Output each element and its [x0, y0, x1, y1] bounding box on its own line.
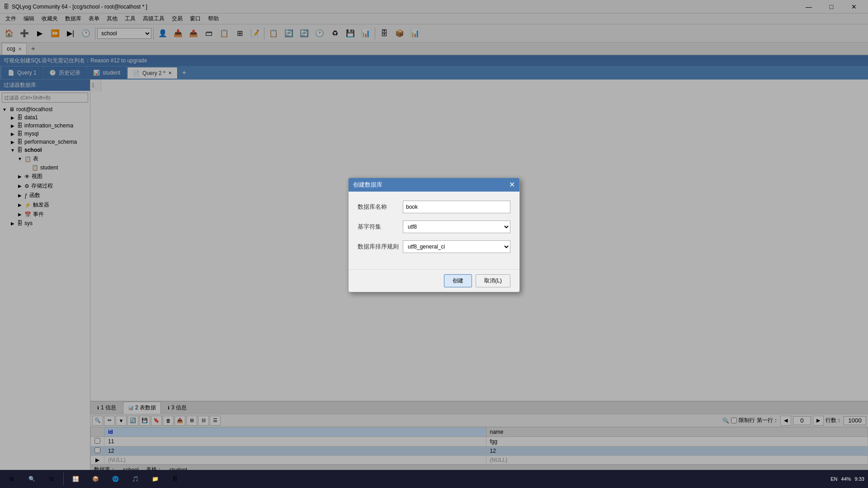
modal-title-bar: 创建数据库 ✕: [349, 178, 519, 192]
modal-body: 数据库名称 基字符集 utf8 数据库排序规则 utf8_general_ci: [349, 192, 519, 269]
form-row-dbname: 数据库名称: [358, 201, 510, 213]
cancel-button[interactable]: 取消(L): [476, 274, 510, 287]
create-button[interactable]: 创建: [444, 274, 472, 287]
modal-close-button[interactable]: ✕: [509, 181, 515, 188]
start-button[interactable]: ⊞: [4, 471, 20, 487]
dbname-input[interactable]: [403, 201, 510, 213]
taskbar-icon-files[interactable]: 📁: [147, 471, 163, 487]
dbname-label: 数据库名称: [358, 203, 403, 211]
systray: EN 44% 9:33: [830, 476, 864, 482]
charset-label: 基字符集: [358, 223, 403, 231]
taskbar: ⊞ 🔍 ⊟ 🪟 📦 🌐 🎵 📁 🗄 EN 44% 9:33: [0, 470, 868, 488]
clock: 9:33: [855, 476, 864, 482]
create-database-dialog: 创建数据库 ✕ 数据库名称 基字符集 utf8 数据库排序规则 utf8_gen…: [348, 178, 520, 292]
modal-overlay: 创建数据库 ✕ 数据库名称 基字符集 utf8 数据库排序规则 utf8_gen…: [0, 0, 868, 470]
taskbar-icon-win[interactable]: 🪟: [67, 471, 84, 487]
lang-indicator: EN: [830, 476, 837, 482]
taskbar-icon-media[interactable]: 🎵: [127, 471, 143, 487]
taskview-btn[interactable]: ⊟: [43, 471, 60, 487]
search-taskbar-btn[interactable]: 🔍: [24, 471, 40, 487]
taskbar-icon-browser[interactable]: 🌐: [107, 471, 123, 487]
taskbar-sep: [63, 473, 64, 485]
collation-label: 数据库排序规则: [358, 243, 403, 251]
taskbar-icon-apps[interactable]: 📦: [87, 471, 104, 487]
battery-indicator: 44%: [841, 476, 851, 482]
collation-select[interactable]: utf8_general_ci: [403, 240, 510, 253]
form-row-charset: 基字符集 utf8: [358, 221, 510, 233]
taskbar-icon-sql[interactable]: 🗄: [167, 471, 183, 487]
form-row-collation: 数据库排序规则 utf8_general_ci: [358, 240, 510, 253]
charset-select[interactable]: utf8: [403, 221, 510, 233]
modal-title: 创建数据库: [353, 181, 382, 189]
modal-footer: 创建 取消(L): [349, 269, 519, 292]
